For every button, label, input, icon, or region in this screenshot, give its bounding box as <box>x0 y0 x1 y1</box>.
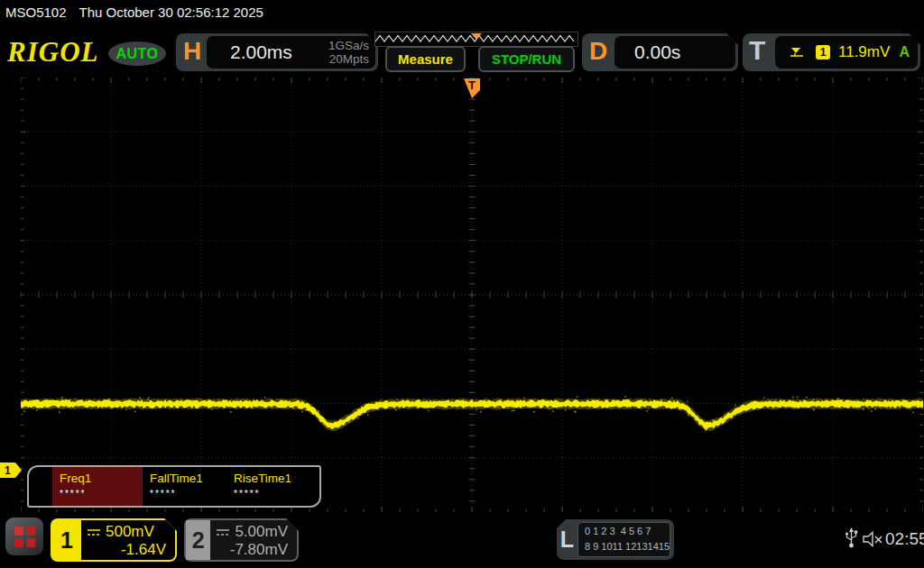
runtime-clock: 02:55 <box>885 529 924 549</box>
delay-box[interactable]: D 0.00s <box>582 33 738 71</box>
horizontal-label: H <box>183 37 201 66</box>
trigger-inner: 1 11.9mV A <box>775 36 918 69</box>
measurement-name: Freq1 <box>60 472 143 485</box>
auto-status-label: AUTO <box>116 46 158 62</box>
datetime: Thu October 30 02:56:12 2025 <box>79 5 263 20</box>
model-name: MSO5102 <box>5 5 67 20</box>
svg-text:T: T <box>468 78 476 92</box>
auto-status-badge: AUTO <box>108 41 166 66</box>
channel2-block[interactable]: 2 5.00mV -7.80mV <box>184 518 299 562</box>
window-layout-button[interactable] <box>5 518 43 555</box>
trigger-level-value: 11.9mV <box>838 43 890 61</box>
logic-channels-row2: 8 9 1011 12131415 <box>585 539 670 554</box>
ch1-ground-marker[interactable]: 1 <box>0 463 22 478</box>
memory-depth: 20Mpts <box>328 52 369 66</box>
waveform-display: T <box>21 78 923 512</box>
measurement-name: RiseTime1 <box>234 472 319 485</box>
logic-label: L <box>557 519 578 560</box>
channel2-number: 2 <box>186 520 210 560</box>
measurement-value: ***** <box>150 489 226 499</box>
logic-channels: 0 1 2 3 4 5 6 7 8 9 1011 12131415 <box>578 522 670 557</box>
dc-coupling-icon <box>87 527 101 537</box>
channel1-block[interactable]: 1 500mV -1.64V <box>51 518 177 562</box>
measure-button[interactable]: Measure <box>385 46 466 72</box>
sample-rate: 1GSa/s <box>328 39 369 52</box>
channel2-scale: 5.00mV <box>235 523 288 541</box>
measurement-value: ***** <box>234 489 319 499</box>
graticule[interactable]: T <box>21 78 923 512</box>
channel2-values: 5.00mV -7.80mV <box>210 520 297 560</box>
measurement-value: ***** <box>60 489 143 499</box>
measurement-item-freq1[interactable]: Freq1 ***** <box>52 467 143 506</box>
measurement-item-risetime1[interactable]: RiseTime1 ***** <box>226 467 319 506</box>
horizontal-timebase-box[interactable]: H 2.00ms 1GSa/s 20Mpts <box>176 33 378 71</box>
trigger-label: T <box>749 35 765 66</box>
delay-value: 0.00s <box>634 41 680 63</box>
falling-edge-icon <box>789 46 805 59</box>
window-position-marker[interactable] <box>471 33 482 40</box>
oscilloscope-screen: MSO5102Thu October 30 02:56:12 2025 RIGO… <box>0 0 924 568</box>
channel1-inner: 1 500mV -1.64V <box>52 520 175 560</box>
red-grid-icon <box>14 527 35 547</box>
logic-analyzer-block[interactable]: L 0 1 2 3 4 5 6 7 8 9 1011 12131415 <box>557 519 674 560</box>
timebase-value: 2.00ms <box>230 41 292 63</box>
stop-run-button-label: STOP/RUN <box>492 51 561 67</box>
trigger-box[interactable]: T 1 11.9mV A <box>743 33 920 71</box>
channel1-scale: 500mV <box>106 523 154 541</box>
titlebar: MSO5102Thu October 30 02:56:12 2025 <box>5 5 263 20</box>
measurement-panel: Freq1 ***** FallTime1 ***** RiseTime1 **… <box>27 465 321 508</box>
timebase-position-strip[interactable] <box>374 32 578 47</box>
trigger-source-badge: 1 <box>816 45 830 60</box>
horizontal-inner: 2.00ms 1GSa/s 20Mpts <box>207 36 375 69</box>
logic-channels-row1: 0 1 2 3 4 5 6 7 <box>585 524 670 539</box>
trigger-position-marker[interactable]: T <box>464 78 480 98</box>
usb-icon <box>845 527 858 549</box>
speaker-muted-icon[interactable] <box>863 531 884 547</box>
dc-coupling-icon <box>216 527 230 537</box>
channel2-inner: 2 5.00mV -7.80mV <box>186 520 297 560</box>
channel2-offset: -7.80mV <box>216 541 288 559</box>
rigol-logo: RIGOL <box>7 36 98 69</box>
stop-run-button[interactable]: STOP/RUN <box>478 46 575 72</box>
measurement-name: FallTime1 <box>150 472 226 485</box>
delay-label: D <box>589 37 607 66</box>
channel1-offset: -1.64V <box>87 541 166 559</box>
channel1-values: 500mV -1.64V <box>81 520 175 560</box>
channel1-number: 1 <box>52 520 81 560</box>
measure-button-label: Measure <box>398 51 453 67</box>
acquisition-info: 1GSa/s 20Mpts <box>328 39 369 66</box>
grid-lines <box>21 78 923 512</box>
delay-inner: 0.00s <box>614 36 735 69</box>
measurement-item-falltime1[interactable]: FallTime1 ***** <box>143 467 226 506</box>
trigger-mode: A <box>899 44 910 60</box>
